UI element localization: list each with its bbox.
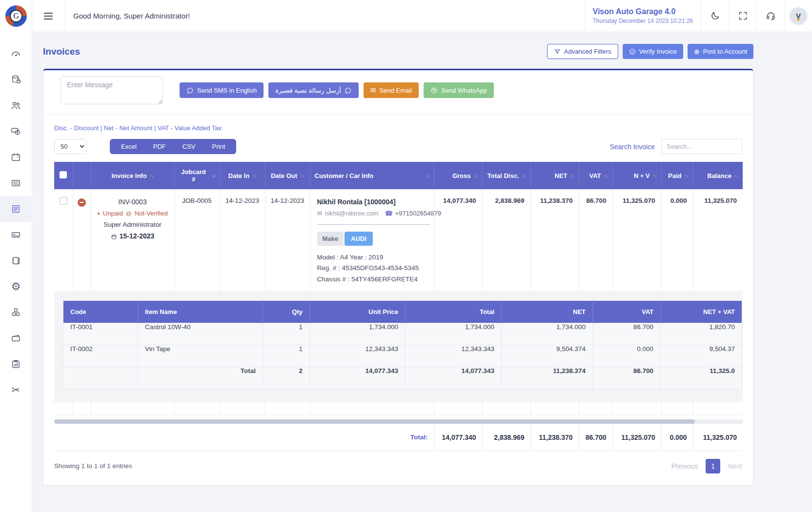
item-col-net-vat: NET + VAT	[661, 300, 742, 323]
footer-total-disc: 2,838.969	[482, 424, 530, 451]
sidebar-item-estimates[interactable]	[0, 222, 32, 248]
remove-invoice-icon[interactable]	[78, 198, 86, 207]
sidebar-item-documents[interactable]	[0, 248, 32, 274]
footer-n-plus-v: 11,325.070	[612, 424, 661, 451]
previous-page-button[interactable]: Previous	[671, 462, 698, 470]
col-date-out[interactable]: Date Out	[265, 162, 310, 189]
sidebar-item-tools[interactable]: ✂	[0, 377, 32, 403]
col-n-plus-v[interactable]: N + V	[612, 162, 661, 189]
sort-icons	[734, 173, 738, 178]
chat-bubble-icon	[186, 87, 194, 94]
invoice-icon	[10, 203, 21, 215]
row-checkbox[interactable]	[60, 197, 67, 205]
advanced-filters-button[interactable]: Advanced Filters	[547, 44, 618, 59]
export-print-button[interactable]: Print	[204, 143, 234, 150]
car-make-badge: Make AUDI	[317, 232, 373, 246]
due-date: 15-12-2023	[91, 231, 174, 242]
current-page-button[interactable]: 1	[706, 459, 720, 473]
col-customer[interactable]: Customer / Car Info	[310, 162, 434, 189]
customer-phone[interactable]: +971502654879	[395, 209, 441, 218]
footer-balance: 11,325.070	[693, 424, 743, 451]
invoice-number: INV-0003	[91, 197, 174, 208]
sidebar-item-payments[interactable]	[0, 118, 32, 144]
item-row: IT-0001 Castrol 10W-40 1 1,734.000 1,734…	[63, 323, 742, 345]
export-csv-button[interactable]: CSV	[174, 143, 204, 150]
search-invoice-input[interactable]	[661, 139, 742, 154]
invoices-card: Send SMS in English أرسل رسالة نصية قصير…	[43, 69, 753, 486]
sidebar-item-calendar[interactable]	[0, 144, 32, 170]
scrollbar-thumb[interactable]	[54, 419, 695, 424]
export-pdf-button[interactable]: PDF	[145, 143, 174, 150]
calendar-small-icon	[111, 234, 117, 240]
fullscreen-button[interactable]	[729, 0, 756, 32]
horizontal-scrollbar	[54, 419, 743, 424]
footer-paid: 0.000	[661, 424, 693, 451]
sidebar-item-dashboard[interactable]	[0, 41, 32, 67]
app-title: Vison Auto Garage 4.0	[593, 7, 693, 16]
select-all-checkbox[interactable]	[60, 171, 67, 178]
sort-icons	[685, 173, 689, 178]
cubes-icon	[10, 307, 21, 318]
sidebar-item-wallet[interactable]	[0, 325, 32, 351]
grand-total-label: Total:	[54, 424, 434, 451]
avatar: V	[789, 7, 808, 25]
sort-icons	[150, 173, 154, 178]
col-total-disc[interactable]: Total Disc.	[482, 162, 530, 189]
card-dashes-icon	[10, 229, 21, 240]
car-chassis: Chassis # : 54TY456ERFGRETE4	[317, 275, 427, 284]
send-email-button[interactable]: ✉ Send Email	[364, 82, 419, 98]
sidebar-item-master-data[interactable]	[0, 67, 32, 93]
invoice-table-footer: Total: 14,077.340 2,838.969 11,238.370 8…	[54, 424, 743, 451]
gear-icon: ⚙	[11, 281, 21, 292]
col-jobcard[interactable]: Jobcard #	[174, 162, 220, 189]
grand-total-row: Total: 14,077.340 2,838.969 11,238.370 8…	[54, 424, 743, 451]
next-page-button[interactable]: Next	[728, 462, 742, 470]
message-input[interactable]	[61, 76, 163, 104]
page-title: Invoices	[43, 46, 80, 57]
money-icon	[10, 126, 21, 137]
col-invoice-info[interactable]: Invoice Info	[91, 162, 174, 189]
col-date-in[interactable]: Date In	[220, 162, 265, 189]
col-paid[interactable]: Paid	[661, 162, 693, 189]
col-balance[interactable]: Balance	[693, 162, 743, 189]
sidebar: G ⚙ ✂	[0, 0, 32, 512]
checklist-card-icon	[10, 177, 21, 189]
sidebar-item-inventory[interactable]	[0, 299, 32, 325]
col-gross[interactable]: Gross	[434, 162, 482, 189]
send-whatsapp-button[interactable]: Send WhatsApp	[424, 82, 494, 98]
whatsapp-icon	[430, 87, 438, 94]
sidebar-item-jobcards[interactable]	[0, 170, 32, 196]
users-icon	[10, 100, 21, 111]
col-vat[interactable]: VAT	[579, 162, 612, 189]
funnel-icon	[554, 48, 561, 55]
headset-icon	[766, 11, 776, 21]
dark-mode-button[interactable]	[701, 0, 729, 32]
post-to-account-button[interactable]: ⊕ Post to Account	[688, 44, 753, 59]
notebook-icon	[10, 255, 21, 266]
col-net[interactable]: NET	[530, 162, 579, 189]
customer-email[interactable]: nikhil@niktree.com	[325, 209, 378, 218]
sidebar-item-reports[interactable]	[0, 351, 32, 377]
sidebar-item-settings[interactable]: ⚙	[0, 274, 32, 299]
verify-invoice-button[interactable]: Verify Invoice	[623, 44, 683, 59]
item-col-total: Total	[406, 300, 502, 323]
select-all-header[interactable]	[54, 162, 73, 189]
support-button[interactable]	[756, 0, 784, 32]
footer-net: 11,238.370	[530, 424, 579, 451]
send-sms-english-button[interactable]: Send SMS in English	[180, 82, 264, 98]
phone-icon: ☎	[385, 209, 392, 218]
send-sms-arabic-button[interactable]: أرسل رسالة نصية قصيرة	[268, 82, 359, 98]
item-col-unit-price: Unit Price	[310, 300, 406, 323]
hamburger-menu-button[interactable]	[32, 0, 64, 32]
sidebar-item-customers[interactable]	[0, 93, 32, 118]
user-menu-button[interactable]: V	[784, 0, 812, 32]
date-out: 14-12-2023	[265, 189, 310, 291]
balance-value: 11,325.070	[693, 189, 743, 291]
page-size-select[interactable]: 50	[54, 139, 86, 154]
total-disc-value: 2,838.969	[482, 189, 530, 291]
sidebar-item-invoices[interactable]	[0, 196, 32, 222]
app-logo[interactable]: G	[0, 0, 32, 32]
sort-icons	[426, 173, 429, 178]
export-excel-button[interactable]: Excel	[113, 143, 145, 150]
search-invoice-label: Search Invoice	[609, 143, 655, 151]
